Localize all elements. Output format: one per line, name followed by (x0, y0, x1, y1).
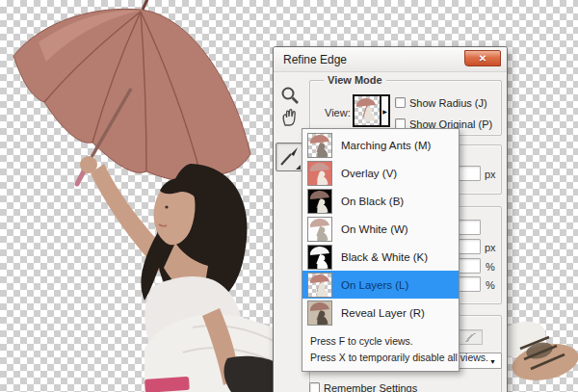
view-dropdown-item[interactable]: On Black (B) (302, 187, 459, 215)
view-dropdown-item[interactable]: Black & White (K) (302, 243, 459, 271)
show-radius-checkbox[interactable] (395, 97, 406, 108)
view-thumbnail (307, 217, 332, 242)
view-dropdown-item[interactable]: On Layers (L) (302, 271, 459, 299)
view-option-label: Overlay (V) (341, 168, 397, 179)
combo-dropdown-arrow: ▼ (489, 358, 496, 365)
close-icon: ✕ (479, 53, 486, 64)
view-dropdown-item[interactable]: Reveal Layer (R) (302, 299, 459, 327)
show-radius-label: Show Radius (J) (409, 97, 487, 109)
view-dropdown-item[interactable]: Overlay (V) (302, 159, 459, 187)
view-thumbnail-art (355, 96, 380, 125)
view-thumbnail (307, 245, 332, 270)
view-dropdown-item[interactable]: On White (W) (302, 215, 459, 243)
radius-unit-label: px (485, 169, 496, 180)
photoshop-canvas: Refine Edge ✕ View Mode View: (0, 0, 578, 392)
contrast-unit-label: % (486, 261, 495, 273)
view-thumbnail (307, 301, 332, 326)
view-option-label: Reveal Layer (R) (341, 307, 425, 319)
view-dropdown-item[interactable]: Marching Ants (M) (302, 131, 459, 159)
close-button[interactable]: ✕ (464, 50, 501, 66)
refine-radius-tool-button[interactable] (276, 143, 302, 171)
shift-edge-unit-label: % (486, 279, 495, 291)
hint-cycle-views: Press F to cycle views. (310, 333, 451, 350)
tool-flyout-arrow (296, 165, 301, 170)
view-option-label: Marching Ants (M) (341, 140, 431, 151)
view-mode-group-label: View Mode (324, 74, 386, 86)
view-thumbnail (307, 133, 332, 158)
zoom-tool-icon[interactable] (280, 86, 301, 106)
view-option-label: On White (W) (341, 223, 408, 235)
remember-settings-checkbox[interactable] (309, 382, 320, 392)
view-dropdown-items: Marching Ants (M) Overlay (V) On Black (… (302, 131, 459, 327)
view-option-label: On Layers (L) (341, 279, 408, 291)
photo-umbrella (13, 0, 250, 184)
view-option-label: On Black (B) (341, 196, 404, 207)
feather-unit-label: px (485, 242, 496, 253)
view-mode-thumbnail-button[interactable]: ▶ (353, 94, 390, 127)
view-thumbnail-dropdown-arrow: ▶ (380, 96, 388, 125)
view-thumbnail (307, 273, 332, 298)
dropdown-hints: Press F to cycle views. Press X to tempo… (302, 331, 459, 368)
remember-settings-label: Remember Settings (324, 382, 417, 392)
hand-tool-icon[interactable] (279, 107, 301, 127)
view-label: View: (325, 107, 351, 118)
view-option-label: Black & White (K) (341, 251, 428, 263)
hint-disable-views: Press X to temporarily disable all views… (310, 350, 451, 366)
dialog-titlebar[interactable]: Refine Edge ✕ (274, 47, 507, 72)
view-thumbnail (307, 189, 332, 214)
view-thumbnail (307, 161, 332, 186)
view-mode-dropdown-list: Marching Ants (M) Overlay (V) On Black (… (302, 128, 460, 372)
decontaminate-amount-field (458, 329, 483, 345)
disabled-mark (462, 333, 478, 342)
dialog-title: Refine Edge (283, 53, 347, 66)
